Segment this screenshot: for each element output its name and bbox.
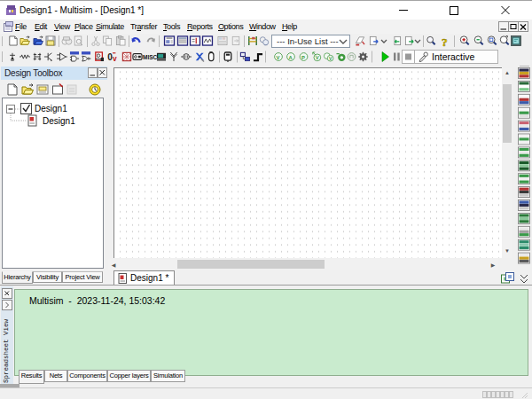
svg-text:A: A	[288, 55, 293, 60]
svg-text:V: V	[316, 55, 319, 60]
svg-text:V: V	[276, 55, 279, 60]
svg-text:MISC: MISC	[143, 54, 158, 60]
svg-text:P: P	[301, 55, 305, 60]
svg-text:--- In-Use List ---: --- In-Use List ---	[277, 36, 339, 46]
svg-text:v: v	[113, 54, 117, 63]
svg-text:?: ?	[442, 35, 448, 49]
svg-text:Interactive: Interactive	[432, 51, 475, 62]
